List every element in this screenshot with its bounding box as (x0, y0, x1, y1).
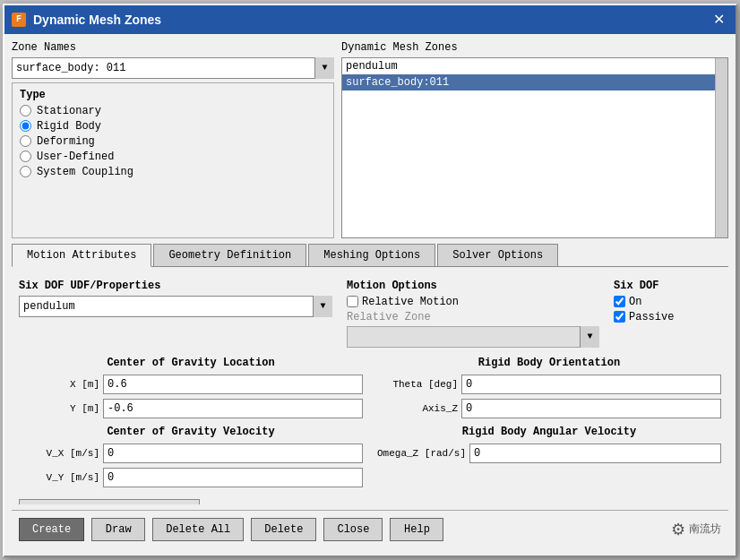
theta-input[interactable] (461, 375, 721, 394)
vx-field-row: V_X [m/s] (19, 444, 363, 463)
zone-names-label: Zone Names (12, 41, 334, 54)
theta-label: Theta [deg] (377, 379, 458, 390)
passive-row[interactable]: Passive (614, 311, 721, 323)
radio-rigid-body[interactable]: Rigid Body (20, 120, 326, 133)
relative-motion-checkbox[interactable] (347, 296, 358, 307)
six-dof-udf-dropdown-container: pendulum ▼ (19, 296, 332, 317)
omega-z-label: Omega_Z [rad/s] (377, 448, 466, 459)
radio-user-defined-input[interactable] (20, 151, 31, 162)
six-dof-label: Six DOF (614, 280, 721, 292)
motion-area: Six DOF UDF/Properties pendulum ▼ Motion… (19, 280, 721, 348)
cog-group: Center of Gravity Location X [m] Y [m] C… (19, 357, 363, 504)
relative-zone-dropdown-container: ▼ (347, 326, 599, 348)
tab-geometry-definition[interactable]: Geometry Definition (153, 244, 306, 266)
title-bar: F Dynamic Mesh Zones ✕ (4, 5, 736, 34)
dialog-body: Zone Names surface_body: 011 ▼ Type Stat… (4, 34, 736, 556)
help-button[interactable]: Help (390, 518, 443, 541)
theta-field-row: Theta [deg] (377, 375, 721, 394)
close-window-button[interactable]: ✕ (710, 11, 728, 29)
radio-user-defined[interactable]: User-Defined (20, 151, 326, 163)
six-dof-options-section: Six DOF On Passive (614, 280, 721, 348)
radio-stationary[interactable]: Stationary (20, 105, 326, 117)
zone-names-dropdown[interactable]: surface_body: 011 (12, 57, 334, 79)
on-row[interactable]: On (614, 296, 721, 308)
radio-deforming-input[interactable] (20, 135, 31, 147)
cog-velocity-title: Center of Gravity Velocity (19, 426, 363, 438)
x-input[interactable] (103, 375, 363, 394)
type-group: Type Stationary Rigid Body Deforming (12, 82, 334, 238)
motion-options-label: Motion Options (347, 280, 599, 292)
create-button[interactable]: Create (19, 518, 84, 541)
radio-deforming[interactable]: Deforming (20, 135, 326, 148)
fields-grid: Center of Gravity Location X [m] Y [m] C… (19, 357, 721, 504)
delete-all-button[interactable]: Delete All (152, 518, 244, 541)
top-section: Zone Names surface_body: 011 ▼ Type Stat… (12, 41, 728, 238)
draw-button[interactable]: Draw (91, 518, 145, 541)
radio-system-coupling-input[interactable] (20, 166, 31, 177)
radio-stationary-input[interactable] (20, 105, 31, 116)
radio-rigid-body-input[interactable] (20, 120, 31, 132)
axis-z-input[interactable] (461, 399, 721, 418)
close-button[interactable]: Close (323, 518, 383, 541)
relative-motion-label: Relative Motion (362, 296, 459, 308)
y-field-row: Y [m] (19, 399, 363, 418)
on-label: On (629, 296, 641, 308)
six-dof-udf-label: Six DOF UDF/Properties (19, 280, 332, 292)
app-icon: F (12, 13, 26, 27)
on-checkbox[interactable] (614, 296, 625, 307)
dynamic-mesh-zones-list[interactable]: pendulum surface_body:011 (342, 58, 715, 237)
tabs-row: Motion Attributes Geometry Definition Me… (12, 244, 728, 267)
six-dof-udf-dropdown[interactable]: pendulum (19, 296, 332, 317)
rigid-angular-title: Rigid Body Angular Velocity (377, 426, 721, 438)
omega-z-field-row: Omega_Z [rad/s] (377, 444, 721, 463)
tab-solver-options[interactable]: Solver Options (437, 244, 558, 266)
axis-z-field-row: Axis_Z (377, 399, 721, 418)
y-input[interactable] (103, 399, 363, 418)
dialog-window: F Dynamic Mesh Zones ✕ Zone Names surfac… (3, 4, 737, 557)
relative-zone-dropdown[interactable] (347, 326, 599, 348)
relative-zone-label: Relative Zone (347, 311, 599, 323)
dialog-title: Dynamic Mesh Zones (33, 13, 710, 27)
vx-label: V_X [m/s] (19, 448, 99, 459)
omega-z-input[interactable] (469, 444, 721, 463)
radio-deforming-label: Deforming (37, 135, 95, 148)
radio-user-defined-label: User-Defined (37, 151, 114, 163)
cog-location-title: Center of Gravity Location (19, 357, 363, 369)
zone-names-dropdown-container: surface_body: 011 ▼ (12, 57, 334, 79)
rigid-orientation-title: Rigid Body Orientation (377, 357, 721, 369)
radio-system-coupling-label: System Coupling (37, 166, 133, 178)
orientation-calculator-button[interactable]: Orientation Calculator... (19, 499, 200, 504)
x-field-row: X [m] (19, 375, 363, 394)
vy-label: V_Y [m/s] (19, 472, 99, 483)
tab-motion-attributes[interactable]: Motion Attributes (12, 244, 151, 267)
delete-button[interactable]: Delete (251, 518, 316, 541)
tab-meshing-options[interactable]: Meshing Options (308, 244, 435, 266)
vy-field-row: V_Y [m/s] (19, 468, 363, 487)
radio-system-coupling[interactable]: System Coupling (20, 166, 326, 178)
x-label: X [m] (19, 379, 99, 390)
dynamic-mesh-zones-listbox: pendulum surface_body:011 (341, 57, 728, 238)
vy-input[interactable] (103, 468, 363, 487)
button-row: Create Draw Delete All Delete Close Help… (12, 510, 728, 548)
rigid-body-group: Rigid Body Orientation Theta [deg] Axis_… (377, 357, 721, 504)
type-group-title: Type (20, 89, 326, 101)
radio-stationary-label: Stationary (37, 105, 101, 117)
dynamic-mesh-zones-label: Dynamic Mesh Zones (341, 41, 728, 54)
vx-input[interactable] (103, 444, 363, 463)
radio-rigid-body-label: Rigid Body (37, 120, 101, 133)
right-panel: Dynamic Mesh Zones pendulum surface_body… (341, 41, 728, 238)
watermark-text: 南流坊 (689, 521, 721, 537)
passive-label: Passive (629, 311, 674, 323)
tab-content-motion-attributes: Six DOF UDF/Properties pendulum ▼ Motion… (12, 272, 728, 504)
six-dof-udf-section: Six DOF UDF/Properties pendulum ▼ (19, 280, 332, 348)
list-item-surface-body-011[interactable]: surface_body:011 (342, 74, 715, 90)
y-label: Y [m] (19, 403, 99, 414)
relative-motion-row[interactable]: Relative Motion (347, 296, 599, 308)
passive-checkbox[interactable] (614, 311, 625, 323)
list-item-pendulum[interactable]: pendulum (342, 58, 715, 74)
motion-options-section: Motion Options Relative Motion Relative … (347, 280, 599, 348)
left-panel: Zone Names surface_body: 011 ▼ Type Stat… (12, 41, 334, 238)
list-scrollbar[interactable] (715, 58, 727, 237)
watermark: ⚙ 南流坊 (671, 518, 721, 541)
axis-z-label: Axis_Z (377, 403, 458, 414)
